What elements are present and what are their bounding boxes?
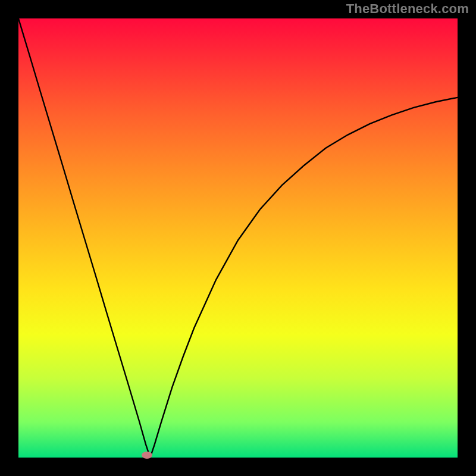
chart-frame: TheBottleneck.com: [0, 0, 476, 476]
bottleneck-curve: [18, 18, 458, 458]
optimal-point-marker: [142, 452, 152, 459]
watermark-text: TheBottleneck.com: [346, 1, 469, 17]
plot-area: [18, 18, 458, 458]
